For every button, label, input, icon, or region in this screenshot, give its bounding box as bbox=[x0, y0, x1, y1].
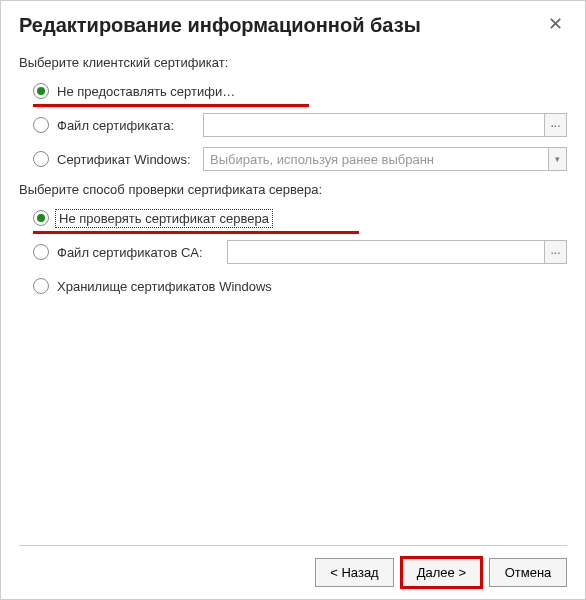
dialog-edit-infobase: Редактирование информационной базы ✕ Выб… bbox=[0, 0, 586, 600]
dropdown-value: Выбирать, используя ранее выбранн bbox=[210, 152, 434, 167]
radio-label: Сертификат Windows: bbox=[57, 152, 197, 167]
footer-separator bbox=[19, 545, 567, 546]
dialog-header: Редактирование информационной базы ✕ bbox=[19, 13, 567, 37]
radio-row-no-server-check[interactable]: Не проверять сертификат сервера bbox=[19, 205, 567, 231]
radio-icon[interactable] bbox=[33, 210, 49, 226]
browse-button[interactable]: ... bbox=[545, 240, 567, 264]
radio-icon[interactable] bbox=[33, 117, 49, 133]
radio-row-ca-file[interactable]: Файл сертификатов CA: ... bbox=[19, 239, 567, 265]
radio-row-cert-windows[interactable]: Сертификат Windows: Выбирать, используя … bbox=[19, 146, 567, 172]
cert-file-input[interactable] bbox=[203, 113, 545, 137]
radio-label: Файл сертификатов CA: bbox=[57, 245, 221, 260]
radio-label: Файл сертификата: bbox=[57, 118, 197, 133]
dialog-content: Выберите клиентский сертификат: Не предо… bbox=[19, 51, 567, 541]
radio-label: Не проверять сертификат сервера bbox=[59, 211, 269, 226]
radio-icon[interactable] bbox=[33, 278, 49, 294]
radio-label: Хранилище сертификатов Windows bbox=[57, 279, 272, 294]
ca-file-input[interactable] bbox=[227, 240, 545, 264]
radio-row-cert-file[interactable]: Файл сертификата: ... bbox=[19, 112, 567, 138]
radio-icon[interactable] bbox=[33, 83, 49, 99]
cancel-button[interactable]: Отмена bbox=[489, 558, 567, 587]
dialog-title: Редактирование информационной базы bbox=[19, 14, 421, 37]
back-button[interactable]: < Назад bbox=[315, 558, 393, 587]
radio-icon[interactable] bbox=[33, 151, 49, 167]
browse-button[interactable]: ... bbox=[545, 113, 567, 137]
chevron-down-icon[interactable]: ▾ bbox=[549, 147, 567, 171]
ca-file-input-group: ... bbox=[227, 240, 567, 264]
close-icon[interactable]: ✕ bbox=[543, 13, 567, 37]
radio-icon[interactable] bbox=[33, 244, 49, 260]
dialog-footer: < Назад Далее > Отмена bbox=[19, 558, 567, 587]
radio-label: Не предоставлять сертифи… bbox=[57, 84, 235, 99]
radio-row-windows-cert-store[interactable]: Хранилище сертификатов Windows bbox=[19, 273, 567, 299]
cert-file-input-group: ... bbox=[203, 113, 567, 137]
radio-row-no-client-cert[interactable]: Не предоставлять сертифи… bbox=[19, 78, 567, 104]
radio-label-focused: Не проверять сертификат сервера bbox=[57, 211, 271, 226]
cert-windows-dropdown[interactable]: Выбирать, используя ранее выбранн bbox=[203, 147, 549, 171]
next-button[interactable]: Далее > bbox=[402, 558, 481, 587]
server-cert-section-label: Выберите способ проверки сертификата сер… bbox=[19, 182, 567, 197]
client-cert-section-label: Выберите клиентский сертификат: bbox=[19, 55, 567, 70]
